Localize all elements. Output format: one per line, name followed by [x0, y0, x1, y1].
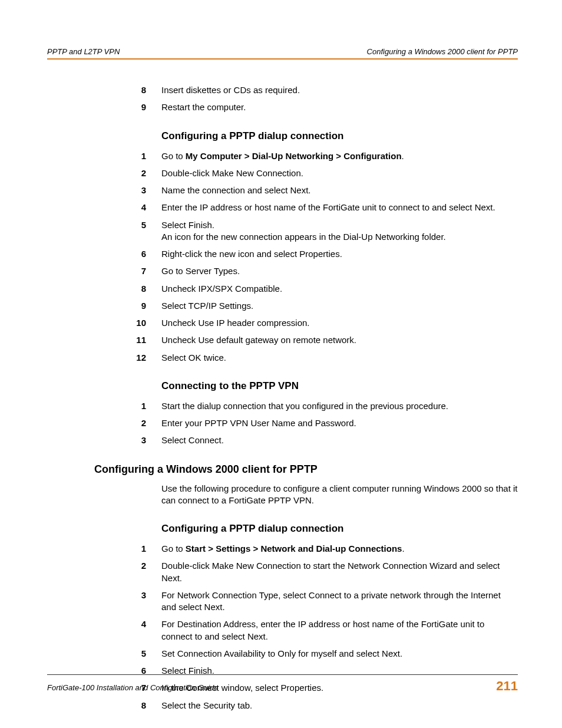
step-number: 5: [94, 219, 161, 243]
step-text: Name the connection and select Next.: [161, 185, 518, 196]
page-header: PPTP and L2TP VPN Configuring a Windows …: [47, 47, 518, 60]
step-text: Uncheck IPX/SPX Compatible.: [161, 283, 518, 295]
step-item: 2 Double-click Make New Connection.: [94, 167, 518, 179]
step-number: 8: [94, 700, 161, 711]
step-item: 2 Enter your PPTP VPN User Name and Pass…: [94, 417, 518, 429]
step-text: Go to Start > Settings > Network and Dia…: [161, 543, 518, 555]
step-item: 6 Right-click the new icon and select Pr…: [94, 248, 518, 260]
subheading: Configuring a PPTP dialup connection: [161, 523, 518, 535]
step-item: 8 Insert diskettes or CDs as required.: [94, 84, 518, 96]
step-text: Enter your PPTP VPN User Name and Passwo…: [161, 417, 518, 429]
step-text: Go to Server Types.: [161, 265, 518, 277]
step-number: 9: [94, 101, 161, 113]
step-number: 7: [94, 265, 161, 277]
step-number: 1: [94, 150, 161, 162]
step-item: 11 Uncheck Use default gateway on remote…: [94, 334, 518, 346]
step-text: Uncheck Use IP header compression.: [161, 317, 518, 329]
header-right: Configuring a Windows 2000 client for PP…: [367, 47, 518, 56]
step-number: 6: [94, 248, 161, 260]
step-number: 3: [94, 434, 161, 446]
step-item: 7 Go to Server Types.: [94, 265, 518, 277]
step-text: Select Connect.: [161, 434, 518, 446]
step-number: 3: [94, 589, 161, 614]
step-text: Select Finish.An icon for the new connec…: [161, 219, 518, 243]
step-item: 3 Select Connect.: [94, 434, 518, 446]
step-item: 5 Select Finish.An icon for the new conn…: [94, 219, 518, 243]
step-number: 2: [94, 417, 161, 429]
step-number: 5: [94, 648, 161, 660]
step-item: 3 For Network Connection Type, select Co…: [94, 589, 518, 614]
heading: Configuring a Windows 2000 client for PP…: [94, 463, 518, 476]
step-number: 3: [94, 185, 161, 196]
document-page: PPTP and L2TP VPN Configuring a Windows …: [0, 0, 562, 728]
step-item: 4 Enter the IP address or host name of t…: [94, 202, 518, 213]
step-text: Double-click Make New Connection.: [161, 167, 518, 179]
step-item: 1 Go to My Computer > Dial-Up Networking…: [94, 150, 518, 162]
step-number: 10: [94, 317, 161, 329]
step-number: 11: [94, 334, 161, 346]
step-item: 10 Uncheck Use IP header compression.: [94, 317, 518, 329]
step-item: 1 Start the dialup connection that you c…: [94, 400, 518, 412]
step-text: Select the Security tab.: [161, 700, 518, 711]
step-item: 8 Uncheck IPX/SPX Compatible.: [94, 283, 518, 295]
step-number: 1: [94, 400, 161, 412]
step-text: Uncheck Use default gateway on remote ne…: [161, 334, 518, 346]
step-item: 2 Double-click Make New Connection to st…: [94, 560, 518, 584]
step-item: 8 Select the Security tab.: [94, 700, 518, 711]
step-item: 1 Go to Start > Settings > Network and D…: [94, 543, 518, 555]
intro-text: Use the following procedure to configure…: [161, 483, 518, 507]
page-number: 211: [496, 678, 518, 694]
step-number: 12: [94, 352, 161, 364]
step-item: 12 Select OK twice.: [94, 352, 518, 364]
step-text: Go to My Computer > Dial-Up Networking >…: [161, 150, 518, 162]
step-text: Double-click Make New Connection to star…: [161, 560, 518, 584]
step-number: 2: [94, 167, 161, 179]
step-text: For Network Connection Type, select Conn…: [161, 589, 518, 614]
step-number: 8: [94, 84, 161, 96]
page-footer: FortiGate-100 Installation and Configura…: [47, 674, 518, 694]
step-number: 4: [94, 202, 161, 213]
step-text: For Destination Address, enter the IP ad…: [161, 618, 518, 643]
subheading: Connecting to the PPTP VPN: [161, 380, 518, 392]
step-text: Right-click the new icon and select Prop…: [161, 248, 518, 260]
step-text: Select TCP/IP Settings.: [161, 300, 518, 312]
step-text: Select OK twice.: [161, 352, 518, 364]
step-number: 4: [94, 618, 161, 643]
step-item: 4 For Destination Address, enter the IP …: [94, 618, 518, 643]
step-number: 2: [94, 560, 161, 584]
step-item: 5 Set Connection Availability to Only fo…: [94, 648, 518, 660]
header-left: PPTP and L2TP VPN: [47, 47, 120, 56]
step-item: 9 Restart the computer.: [94, 101, 518, 113]
step-text: Set Connection Availability to Only for …: [161, 648, 518, 660]
step-text: Restart the computer.: [161, 101, 518, 113]
step-text: Enter the IP address or host name of the…: [161, 202, 518, 213]
page-content: 8 Insert diskettes or CDs as required. 9…: [94, 84, 518, 711]
step-text: Start the dialup connection that you con…: [161, 400, 518, 412]
step-number: 8: [94, 283, 161, 295]
footer-left: FortiGate-100 Installation and Configura…: [47, 683, 219, 692]
step-text: Insert diskettes or CDs as required.: [161, 84, 518, 96]
step-item: 3 Name the connection and select Next.: [94, 185, 518, 196]
subheading: Configuring a PPTP dialup connection: [161, 130, 518, 142]
step-number: 9: [94, 300, 161, 312]
step-item: 9 Select TCP/IP Settings.: [94, 300, 518, 312]
step-number: 1: [94, 543, 161, 555]
